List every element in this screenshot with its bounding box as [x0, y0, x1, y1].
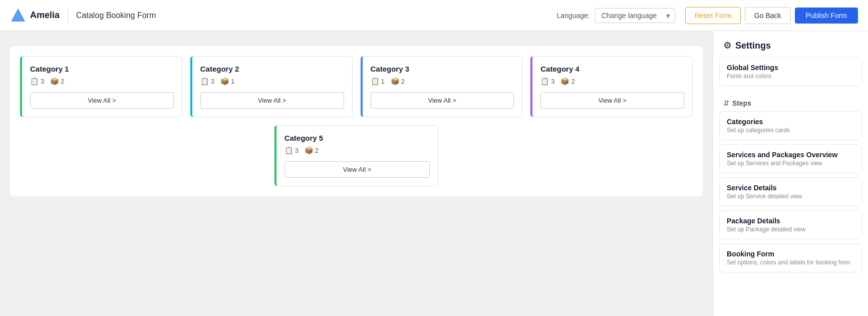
category-5-title: Category 5 — [284, 134, 430, 142]
service-icon-2: 📋 — [200, 77, 209, 85]
sidebar-step-categories[interactable]: Categories Set up categories cards — [719, 111, 862, 140]
sidebar: ⚙ Settings Global Settings Fonts and col… — [713, 31, 868, 316]
step-services-overview-sub: Set up Services and Packages view — [727, 160, 854, 167]
package-icon-3: 📦 — [391, 77, 399, 85]
service-icon-3: 📋 — [371, 77, 379, 85]
global-settings-subtitle: Fonts and colors — [727, 73, 854, 80]
logo: Amelia — [10, 8, 60, 24]
service-icon-4: 📋 — [540, 77, 549, 85]
category-card-1: Category 1 📋 3 📦 2 View All > — [20, 56, 182, 117]
view-all-button-3[interactable]: View All > — [371, 92, 514, 109]
step-booking-form-sub: Set options, colors and labels for booki… — [727, 259, 854, 266]
view-all-button-2[interactable]: View All > — [200, 92, 344, 109]
go-back-button[interactable]: Go Back — [745, 7, 791, 24]
sidebar-step-booking-form[interactable]: Booking Form Set options, colors and lab… — [719, 243, 862, 272]
category-4-packages: 📦 2 — [560, 77, 574, 85]
category-card-2: Category 2 📋 3 📦 1 View All > — [190, 56, 353, 117]
category-2-title: Category 2 — [200, 65, 344, 73]
step-service-details-sub: Set up Service detailed view — [727, 193, 854, 200]
category-card-5: Category 5 📋 3 📦 2 View All > — [274, 125, 439, 186]
category-2-services: 📋 3 — [200, 77, 214, 85]
global-settings-title: Global Settings — [727, 64, 854, 72]
category-1-meta: 📋 3 📦 2 — [30, 77, 174, 85]
category-3-packages: 📦 2 — [391, 77, 405, 85]
step-service-details-title: Service Details — [727, 184, 854, 192]
category-row-2: Category 5 📋 3 📦 2 View All > — [20, 125, 693, 186]
category-4-title: Category 4 — [540, 65, 684, 73]
category-3-title: Category 3 — [371, 65, 514, 73]
logo-text: Amelia — [30, 10, 60, 21]
category-1-packages: 📦 2 — [50, 77, 64, 85]
steps-icon: ⇵ — [723, 99, 729, 107]
package-icon-1: 📦 — [50, 77, 59, 85]
sidebar-step-service-details[interactable]: Service Details Set up Service detailed … — [719, 177, 862, 206]
step-categories-sub: Set up categories cards — [727, 127, 854, 134]
language-select-wrapper: Change language — [595, 8, 675, 23]
category-2-packages: 📦 1 — [220, 77, 234, 85]
category-5-meta: 📋 3 📦 2 — [284, 146, 430, 154]
category-card-3: Category 3 📋 1 📦 2 View All > — [361, 56, 523, 117]
steps-section-header: ⇵ Steps — [713, 94, 868, 111]
content-area: Category 1 📋 3 📦 2 View All > Category 2 — [0, 31, 713, 316]
step-categories-title: Categories — [727, 118, 854, 126]
package-icon-4: 📦 — [560, 77, 569, 85]
settings-label: Settings — [735, 41, 771, 51]
package-icon-2: 📦 — [220, 77, 229, 85]
steps-label: Steps — [732, 99, 751, 107]
main-layout: Category 1 📋 3 📦 2 View All > Category 2 — [0, 31, 868, 316]
language-section: Language: Change language — [557, 8, 675, 23]
reset-form-button[interactable]: Reset Form — [685, 7, 741, 24]
step-services-overview-title: Services and Packages Overview — [727, 151, 854, 159]
settings-icon: ⚙ — [723, 40, 731, 51]
step-booking-form-title: Booking Form — [727, 250, 854, 258]
category-card-4: Category 4 📋 3 📦 2 View All > — [530, 56, 693, 117]
publish-form-button[interactable]: Publish Form — [795, 8, 858, 24]
category-3-services: 📋 1 — [371, 77, 385, 85]
step-package-details-sub: Set up Package detailed view — [727, 226, 854, 233]
sidebar-step-services-overview[interactable]: Services and Packages Overview Set up Se… — [719, 144, 862, 173]
view-all-button-1[interactable]: View All > — [30, 92, 174, 109]
app-header: Amelia Catalog Booking Form Language: Ch… — [0, 0, 868, 31]
global-settings-item[interactable]: Global Settings Fonts and colors — [719, 57, 862, 86]
service-icon-5: 📋 — [284, 146, 293, 154]
category-1-services: 📋 3 — [30, 77, 44, 85]
sidebar-step-package-details[interactable]: Package Details Set up Package detailed … — [719, 210, 862, 239]
category-2-meta: 📋 3 📦 1 — [200, 77, 344, 85]
amelia-logo-icon — [10, 8, 26, 24]
header-divider — [68, 8, 68, 23]
page-title: Catalog Booking Form — [76, 11, 156, 20]
service-icon-1: 📋 — [30, 77, 39, 85]
category-4-meta: 📋 3 📦 2 — [540, 77, 684, 85]
category-5-packages: 📦 2 — [305, 146, 319, 154]
category-3-meta: 📋 1 📦 2 — [371, 77, 514, 85]
category-grid: Category 1 📋 3 📦 2 View All > Category 2 — [10, 46, 703, 196]
view-all-button-4[interactable]: View All > — [540, 92, 684, 109]
view-all-button-5[interactable]: View All > — [284, 161, 430, 178]
category-1-title: Category 1 — [30, 65, 174, 73]
step-package-details-title: Package Details — [727, 217, 854, 225]
language-label: Language: — [557, 12, 590, 20]
package-icon-5: 📦 — [305, 146, 313, 154]
category-4-services: 📋 3 — [540, 77, 554, 85]
language-select[interactable]: Change language — [595, 8, 675, 23]
sidebar-header: ⚙ Settings — [713, 31, 868, 57]
category-5-services: 📋 3 — [284, 146, 299, 154]
